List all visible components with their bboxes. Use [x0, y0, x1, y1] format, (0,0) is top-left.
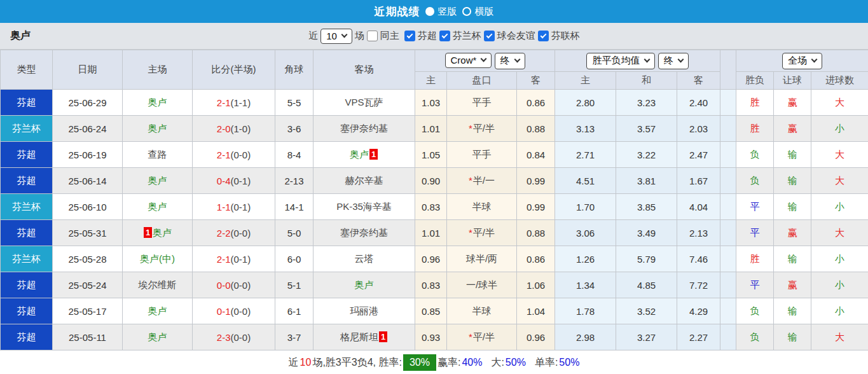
league-type-cell: 芬兰杯	[1, 246, 53, 272]
home-team-name: 奥卢	[148, 201, 167, 212]
goals-cell: 大	[811, 142, 868, 168]
avg-time-select[interactable]: 终	[658, 53, 689, 69]
home-odds-cell: 1.01	[415, 116, 447, 142]
subheader-handicap-result: 让球	[774, 72, 811, 90]
match-date-cell: 25-06-19	[53, 142, 123, 168]
home-odds-cell: 0.83	[415, 194, 447, 220]
league-type-cell: 芬超	[1, 298, 53, 324]
handicap-cell: 平手	[447, 90, 517, 116]
radio-unselected-icon[interactable]	[462, 7, 471, 16]
home-team-cell: 奥卢(中)	[123, 246, 193, 272]
corners-cell: 3-7	[275, 324, 313, 350]
layout-radio-horizontal[interactable]: 横版	[462, 6, 494, 18]
avg-home-cell: 3.13	[555, 116, 616, 142]
fulltime-score: 1-1	[217, 202, 231, 212]
rank-badge: 1	[379, 331, 387, 342]
same-home-checkbox[interactable]	[367, 31, 378, 41]
avg-home-cell: 2.80	[555, 90, 616, 116]
star-marker: *	[469, 175, 472, 186]
avg-draw-cell: 3.27	[616, 324, 677, 350]
goals-cell: 大	[811, 168, 868, 194]
result-cell: 胜	[736, 90, 774, 116]
corners-cell: 6-0	[275, 246, 313, 272]
result-cell: 平	[736, 194, 774, 220]
handicap-cell: 半球	[447, 298, 517, 324]
team-name-heading: 奥卢	[10, 29, 31, 43]
away-odds-cell: 0.84	[517, 142, 555, 168]
near-label: 近	[308, 30, 318, 42]
home-odds-cell: 0.85	[415, 298, 447, 324]
score-cell: 0-4(0-1)	[193, 168, 275, 194]
scope-select[interactable]: 全场	[782, 53, 822, 69]
match-row: 芬兰杯 25-06-24 奥卢 2-0(1-0) 3-6 塞伊奈约基 1.01 …	[1, 116, 868, 142]
match-row: 芬超 25-05-31 1奥卢 2-2(0-0) 5-0 塞伊奈约基 1.01 …	[1, 220, 868, 246]
match-date-cell: 25-06-24	[53, 116, 123, 142]
avg-away-cell: 7.72	[677, 272, 720, 298]
handicap-result-cell: 赢	[774, 116, 811, 142]
away-odds-cell: 0.99	[517, 168, 555, 194]
subheader-handicap: 盘口	[447, 72, 517, 90]
match-count-select[interactable]: 10	[320, 29, 352, 44]
home-team-name: 奥卢	[153, 227, 172, 238]
handicap-line: 半球	[472, 305, 492, 316]
radio-selected-icon[interactable]	[425, 7, 434, 16]
avg-type-select[interactable]: 胜平负均值	[586, 53, 655, 69]
header-home: 主场	[123, 50, 193, 90]
halftime-score: (1-0)	[231, 123, 251, 134]
match-date-cell: 25-05-17	[53, 298, 123, 324]
handicap-line: 平手	[472, 97, 492, 107]
league-label-finland-super: 芬超	[418, 30, 437, 42]
home-team-cell: 1奥卢	[123, 220, 193, 246]
header-away: 客场	[313, 50, 415, 90]
away-team-name: 赫尔辛基	[345, 175, 383, 186]
avg-draw-cell: 5.79	[616, 246, 677, 272]
corners-cell: 8-4	[275, 142, 313, 168]
halftime-score: (1-1)	[231, 97, 251, 108]
home-team-name: 奥卢	[148, 175, 167, 186]
league-checkbox-club-friendly[interactable]	[484, 31, 495, 41]
corners-cell: 6-1	[275, 298, 313, 324]
away-team-cell: PK-35海辛基	[313, 194, 415, 220]
away-team-cell: 格尼斯坦1	[313, 324, 415, 350]
odds-time-select[interactable]: 终	[495, 53, 525, 69]
win-odds-value: 40%	[462, 357, 482, 368]
layout-radio-vertical[interactable]: 竖版	[425, 6, 457, 18]
chevron-down-icon	[481, 56, 487, 62]
spacer-cell	[720, 116, 736, 142]
league-checkbox-finland-cup[interactable]	[439, 31, 450, 41]
match-date-cell: 25-06-29	[53, 90, 123, 116]
league-checkbox-finland-super[interactable]	[404, 31, 415, 41]
avg-away-cell: 2.27	[677, 324, 720, 350]
avg-draw-cell: 4.85	[616, 272, 677, 298]
handicap-result-cell: 输	[774, 298, 811, 324]
halftime-score: (0-1)	[231, 202, 251, 212]
home-team-name: 奥卢	[148, 305, 167, 316]
handicap-result-cell: 输	[774, 142, 811, 168]
score-cell: 2-2(0-0)	[193, 220, 275, 246]
handicap-cell: 球半/两	[447, 246, 517, 272]
away-team-name: 奥卢	[350, 149, 369, 160]
league-checkbox-finland-league-cup[interactable]	[538, 31, 549, 41]
spacer-cell	[720, 220, 736, 246]
handicap-cell: *半/一	[447, 168, 517, 194]
halftime-score: (0-0)	[231, 280, 251, 291]
match-date-cell: 25-05-28	[53, 246, 123, 272]
away-odds-cell: 0.88	[517, 116, 555, 142]
result-cell: 负	[736, 142, 774, 168]
league-type-cell: 芬超	[1, 220, 53, 246]
match-row: 芬超 25-05-17 奥卢 0-1(0-0) 6-1 玛丽港 0.85 半球 …	[1, 298, 868, 324]
away-team-cell: 塞伊奈约基	[313, 116, 415, 142]
score-cell: 2-1(1-1)	[193, 90, 275, 116]
home-odds-cell: 0.96	[415, 246, 447, 272]
odds-company-select[interactable]: Crow*	[445, 53, 492, 68]
subheader-avg-draw: 和	[616, 72, 677, 90]
chevron-down-icon	[644, 57, 651, 63]
subheader-result: 胜负	[736, 72, 774, 90]
league-type-cell: 芬超	[1, 142, 53, 168]
away-odds-cell: 0.86	[517, 90, 555, 116]
corners-cell: 5-1	[275, 272, 313, 298]
fulltime-score: 2-2	[217, 228, 231, 239]
spacer-cell	[720, 168, 736, 194]
away-odds-cell: 1.06	[517, 272, 555, 298]
fulltime-score: 2-1	[217, 149, 231, 160]
